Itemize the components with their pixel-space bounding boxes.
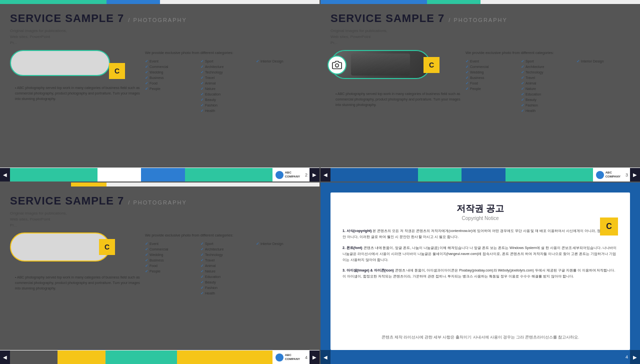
slide1-next-btn[interactable]: ▶ (310, 168, 320, 182)
progress2-seg2 (418, 168, 462, 182)
slide2-left: C ABC photography served top work in man… (330, 50, 460, 164)
slide1-logo-letter: C (114, 67, 120, 75)
camera-icon (328, 56, 346, 74)
top-bar3-seg2 (71, 182, 106, 186)
slide1-categories: ✓Event ✓Sport ✓Interior Design ✓Commerci… (145, 59, 310, 113)
slide3-content: SERVICE SAMPLE 7 / PHOTOGRAPHY Original … (0, 186, 320, 350)
logo-text3: ABC COMPANY (285, 354, 300, 360)
slide2-right: We provide exclusive photo from differen… (466, 50, 630, 164)
progress2-seg3 (462, 168, 505, 182)
slide3-top-bar (0, 182, 320, 186)
cat-empty4 (256, 81, 310, 86)
slide1-logo: ABC COMPANY (272, 171, 303, 179)
slide1-right: We provide exclusive photo from differen… (145, 50, 310, 164)
slide3-next-btn[interactable]: ▶ (310, 350, 320, 364)
slide3-body: C ABC photography served top work in man… (10, 232, 310, 346)
copyright-title-kr: 저작권 공고 (342, 202, 618, 214)
cat-animal: ✓Animal (200, 81, 254, 86)
slide1-top-bar (0, 0, 320, 4)
cat-food: ✓Food (145, 81, 198, 86)
logo-text: ABC COMPANY (285, 171, 300, 178)
slide1-image-placeholder (10, 50, 110, 76)
slide4-bottom-bar: ◀ 4 ▶ (320, 350, 640, 364)
svg-point-0 (336, 64, 339, 68)
slide2-bottom-bar: ◀ ABC COMPANY 3 ▶ (320, 168, 640, 182)
slide3-desc: ABC photography served top work in many … (10, 274, 140, 292)
cat-commercial: ✓Commercial (145, 64, 198, 69)
cat-health: ✓Health (200, 108, 254, 113)
cat-empty10 (145, 103, 198, 108)
slide1-progress (10, 168, 272, 182)
copyright-title-en: Copyright Notice (342, 216, 618, 221)
copyright-logo-badge: C (600, 218, 618, 236)
slide3-categories: ✓Event ✓Sport ✓Interior Design ✓Commerci… (145, 242, 310, 296)
cat-education-s2: ✓Education (521, 92, 574, 96)
slide2-desc: ABC photography served top work in many … (330, 91, 460, 108)
cat-empty5 (256, 86, 310, 91)
cat-people: ✓People (145, 86, 198, 91)
copyright-section-2: 2. 폰트(font) 콘텐츠 내에 돋움이, 앞글 폰트, 나눔이 나눔글곰)… (342, 245, 618, 263)
cat-business: ✓Business (145, 76, 198, 80)
slide1-title-row: SERVICE SAMPLE 7 / PHOTOGRAPHY (10, 12, 310, 25)
slide3-subtitle: Original images for publications, Web si… (10, 210, 310, 228)
slide1-right-title: We provide exclusive photo from differen… (145, 50, 310, 56)
cat-empty6 (145, 92, 198, 96)
copyright-section-1: 1. 서식(copyright) 본 콘텐츠의 모든 저 작권은 콘텐츠의 저작… (342, 228, 618, 240)
progress3-seg2 (58, 350, 105, 364)
progress3-seg3 (106, 350, 177, 364)
slide2-categories: ✓Event ✓Sport ✓Interior Design ✓Commerci… (466, 59, 630, 113)
logo-circle (276, 171, 284, 179)
slide4-prev-btn[interactable]: ◀ (320, 350, 330, 364)
cat-nature: ✓Nature (200, 86, 254, 91)
slide2-next-btn[interactable]: ▶ (630, 168, 640, 182)
cat-empty8 (145, 98, 198, 102)
slide3-progress (10, 350, 272, 364)
progress3-seg4 (177, 350, 272, 364)
slide3-left: C ABC photography served top work in man… (10, 232, 140, 346)
cat-event: ✓Event (145, 59, 198, 64)
slide-3: SERVICE SAMPLE 7 / PHOTOGRAPHY Original … (0, 182, 320, 364)
slide4-next-btn[interactable]: ▶ (630, 350, 640, 364)
slide3-right: We provide exclusive photo from differen… (145, 232, 310, 346)
slide2-subtitle: Original images for publications, Web si… (330, 28, 630, 46)
slide2-logo-badge: C (424, 57, 440, 73)
slide1-left: C ABC photography served top work in man… (10, 50, 140, 164)
cat-empty1 (256, 64, 310, 69)
slide2-body: C ABC photography served top work in man… (330, 50, 630, 164)
cat-technology: ✓Technology (200, 70, 254, 74)
slide-2: SERVICE SAMPLE 7 / PHOTOGRAPHY Original … (320, 0, 640, 182)
slide1-body: C ABC photography served top work in man… (10, 50, 310, 164)
slide3-sub-title: / PHOTOGRAPHY (128, 200, 186, 206)
slide1-prev-btn[interactable]: ◀ (0, 168, 10, 182)
top-bar-seg2 (106, 0, 160, 4)
slide4-progress (330, 350, 624, 364)
progress2-seg4 (506, 168, 593, 182)
cat-empty2 (256, 70, 310, 74)
slide1-bottom-bar: ◀ ABC COMPANY 2 ▶ (0, 168, 320, 182)
copyright-section-3: 3. 아이샘(image) & 아이콘(icon) 콘텐츠 내에 돋움이, 아이… (342, 268, 618, 280)
cat-wedding: ✓Wedding (145, 70, 198, 74)
top-bar2-seg1 (320, 0, 427, 4)
top-bar-seg3 (160, 0, 320, 4)
cat-empty13 (256, 108, 310, 113)
slide3-main-title: SERVICE SAMPLE 7 (10, 194, 124, 208)
cat-empty11 (256, 103, 310, 108)
slide3-prev-btn[interactable]: ◀ (0, 350, 10, 364)
slide2-sub-title: / PHOTOGRAPHY (448, 17, 507, 23)
slide2-main-title: SERVICE SAMPLE 7 (330, 12, 444, 25)
top-bar3-seg1 (0, 182, 71, 186)
slide2-prev-btn[interactable]: ◀ (320, 168, 330, 182)
top-bar2-seg2 (427, 0, 480, 4)
slide-4: 저작권 공고 Copyright Notice C 1. 서식(copyrigh… (320, 182, 640, 364)
cat-empty12 (145, 108, 198, 113)
slide4-page-num: 4 (624, 354, 630, 360)
slide2-page-num: 3 (624, 172, 630, 178)
slide3-page-num: 4 (303, 355, 310, 360)
top-bar-seg1 (0, 0, 106, 4)
copyright-inner: 저작권 공고 Copyright Notice C 1. 서식(copyrigh… (330, 192, 630, 350)
slide2-progress (330, 168, 593, 182)
slide1-subtitle: Original images for publications, Web si… (10, 28, 310, 46)
slide-1: SERVICE SAMPLE 7 / PHOTOGRAPHY Original … (0, 0, 320, 182)
slide2-top-bar (320, 0, 640, 4)
cat-education: ✓Education (200, 92, 254, 96)
